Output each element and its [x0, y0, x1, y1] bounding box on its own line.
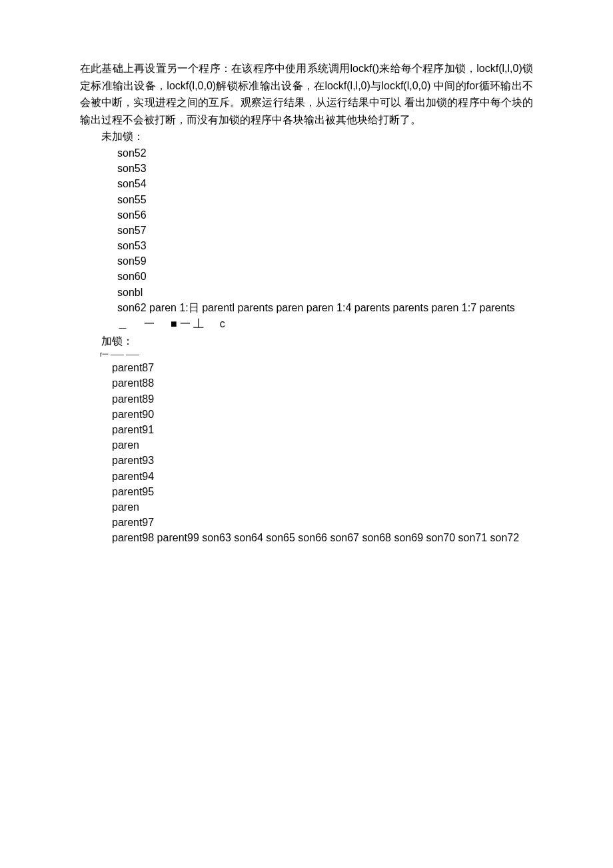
output-line: son53 — [117, 161, 533, 176]
symbol-line: ＿ 一 ■一丄 c — [117, 315, 533, 333]
main-paragraph: 在此基础上再设置另一个程序：在该程序中使用系统调用lockf()来给每个程序加锁… — [80, 60, 533, 128]
output-line: son53 — [117, 238, 533, 253]
output-line: son60 — [117, 269, 533, 284]
output-line: paren — [112, 499, 533, 515]
output-line: parent89 — [112, 391, 533, 407]
output-line: son55 — [117, 192, 533, 207]
output-line: son57 — [117, 223, 533, 238]
output-line: son56 — [117, 207, 533, 223]
output-line: son52 — [117, 145, 533, 161]
locked-label: 加锁： — [101, 333, 533, 350]
output-line: son59 — [117, 253, 533, 269]
output-line: parent88 — [112, 375, 533, 391]
output-line: sonbl — [117, 285, 533, 300]
output-line: parent87 — [112, 360, 533, 375]
unlocked-last-line: son62 paren 1:日 parentl parents paren pa… — [117, 300, 533, 315]
unlocked-label: 未加锁： — [101, 128, 533, 145]
output-line: parent91 — [112, 422, 533, 437]
output-line: son54 — [117, 176, 533, 191]
unlocked-output-block: son52 son53 son54 son55 son56 son57 son5… — [117, 145, 533, 300]
output-line: paren — [112, 437, 533, 453]
locked-last-line: parent98 parent99 son63 son64 son65 son6… — [112, 530, 533, 545]
decor-line: r一 —— —— — [100, 349, 533, 360]
output-line: parent90 — [112, 407, 533, 422]
locked-output-block: parent87 parent88 parent89 parent90 pare… — [112, 360, 533, 530]
output-line: parent95 — [112, 484, 533, 499]
output-line: parent93 — [112, 453, 533, 468]
output-line: parent94 — [112, 469, 533, 484]
output-line: parent97 — [112, 515, 533, 530]
